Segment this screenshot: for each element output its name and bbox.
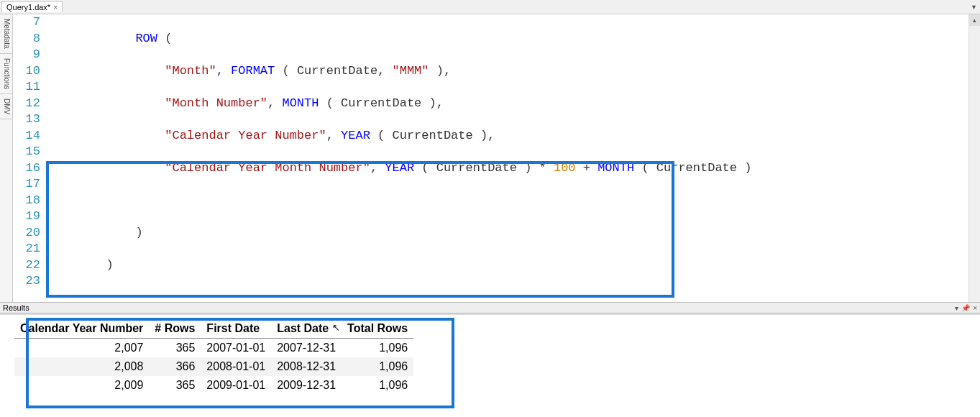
line-number: 11	[13, 79, 40, 96]
code-text: ,	[370, 161, 385, 175]
code-text	[47, 64, 165, 78]
code-function: FORMAT	[231, 64, 275, 78]
line-number: 17	[13, 176, 40, 193]
side-tabs: Metadata Functions DMV	[0, 14, 13, 302]
code-text	[47, 96, 165, 110]
code-text: )	[47, 226, 143, 239]
table-row[interactable]: 2,007 365 2007-01-01 2007-12-31 1,096	[14, 339, 413, 358]
code-text: ,	[326, 129, 341, 142]
cell: 2008-01-01	[201, 357, 271, 376]
code-function: YEAR	[341, 129, 370, 142]
line-number: 14	[13, 128, 40, 145]
close-icon[interactable]: ×	[53, 4, 58, 12]
cell: 2007-01-01	[201, 339, 271, 358]
code-text: )	[47, 258, 114, 272]
cell: 2007-12-31	[271, 339, 342, 358]
line-gutter: 7 8 9 10 11 12 13 14 15 16 17 18 19 20 2…	[13, 14, 47, 302]
col-header[interactable]: Total Rows	[342, 319, 413, 339]
col-header[interactable]: # Rows	[149, 319, 201, 339]
col-header[interactable]: Last Date	[271, 319, 342, 339]
cell: 2009-12-31	[271, 376, 342, 395]
code-text: ,	[267, 96, 282, 110]
line-number: 12	[13, 96, 40, 112]
code-number: 100	[554, 161, 576, 175]
cell: 1,096	[342, 357, 413, 376]
code-text: ),	[429, 64, 452, 78]
line-number: 10	[13, 63, 40, 80]
results-title: Results	[3, 303, 29, 312]
code-string: "MMM"	[393, 64, 429, 78]
panel-pin-icon[interactable]: 📌	[961, 304, 970, 312]
main-area: Metadata Functions DMV 7 8 9 10 11 12 13…	[0, 14, 980, 302]
code-keyword: ROW	[135, 32, 157, 45]
code-text: ,	[216, 64, 231, 78]
col-header[interactable]: First Date	[201, 319, 271, 339]
tab-bar: Query1.dax* × ▼	[0, 0, 980, 14]
cell: 2,009	[14, 376, 149, 395]
table-row[interactable]: 2,009 365 2009-01-01 2009-12-31 1,096	[14, 376, 413, 395]
tab-dropdown-icon[interactable]: ▼	[971, 4, 977, 11]
cell: 1,096	[342, 376, 413, 395]
code-function: MONTH	[597, 161, 634, 175]
side-tab-functions[interactable]: Functions	[0, 54, 12, 94]
cell: 2009-01-01	[201, 376, 271, 395]
panel-close-icon[interactable]: ×	[973, 304, 977, 312]
results-table: Calendar Year Number # Rows First Date L…	[14, 319, 413, 395]
table-row[interactable]: 2,008 366 2008-01-01 2008-12-31 1,096	[14, 357, 413, 376]
code-string: "Month"	[165, 64, 216, 78]
code-text: ( CurrentDate,	[275, 64, 392, 78]
vertical-scrollbar[interactable]: ▴	[968, 14, 980, 302]
cell: 2,007	[14, 339, 149, 358]
code-text: ( CurrentDate ) *	[414, 161, 554, 175]
line-number: 18	[13, 193, 40, 209]
code-text	[47, 129, 165, 142]
code-function: MONTH	[282, 96, 319, 110]
cell: 366	[149, 357, 201, 376]
cell: 365	[149, 339, 201, 358]
cell: 2008-12-31	[271, 357, 342, 376]
code-string: "Calendar Year Month Number"	[165, 161, 370, 175]
panel-dropdown-icon[interactable]: ▾	[955, 304, 958, 312]
line-number: 20	[13, 225, 40, 242]
file-tab-label: Query1.dax*	[6, 3, 50, 12]
line-number: 15	[13, 144, 40, 160]
side-tab-metadata[interactable]: Metadata	[0, 14, 12, 54]
code-text: (	[157, 32, 172, 45]
line-number: 22	[13, 257, 40, 274]
table-header-row: Calendar Year Number # Rows First Date L…	[14, 319, 413, 339]
line-number: 16	[13, 160, 40, 177]
code-text: ( CurrentDate )	[634, 161, 751, 175]
results-area: Calendar Year Number # Rows First Date L…	[0, 313, 980, 417]
code-text: ( CurrentDate ),	[319, 96, 443, 110]
code-content[interactable]: ROW ( "Month", FORMAT ( CurrentDate, "MM…	[47, 14, 980, 302]
line-number: 19	[13, 208, 40, 225]
side-tab-dmv[interactable]: DMV	[0, 94, 12, 119]
line-number: 13	[13, 111, 40, 128]
scroll-up-icon[interactable]: ▴	[969, 14, 980, 26]
code-text	[47, 161, 165, 175]
code-text: +	[576, 161, 598, 175]
col-header[interactable]: Calendar Year Number	[14, 319, 149, 339]
code-function: YEAR	[385, 161, 414, 175]
results-header: Results ▾ 📌 ×	[0, 302, 980, 313]
cell: 1,096	[342, 339, 413, 358]
line-number: 8	[13, 31, 40, 47]
line-number: 7	[13, 14, 40, 31]
code-text	[47, 32, 135, 45]
code-editor[interactable]: 7 8 9 10 11 12 13 14 15 16 17 18 19 20 2…	[13, 14, 980, 302]
line-number: 23	[13, 273, 40, 290]
cell: 2,008	[14, 357, 149, 376]
code-string: "Calendar Year Number"	[165, 129, 326, 142]
cell: 365	[149, 376, 201, 395]
code-string: "Month Number"	[165, 96, 267, 110]
editor-wrap: 7 8 9 10 11 12 13 14 15 16 17 18 19 20 2…	[13, 14, 980, 302]
file-tab[interactable]: Query1.dax* ×	[1, 1, 63, 12]
line-number: 9	[13, 47, 40, 63]
code-text: ( CurrentDate ),	[370, 129, 495, 142]
line-number: 21	[13, 241, 40, 257]
